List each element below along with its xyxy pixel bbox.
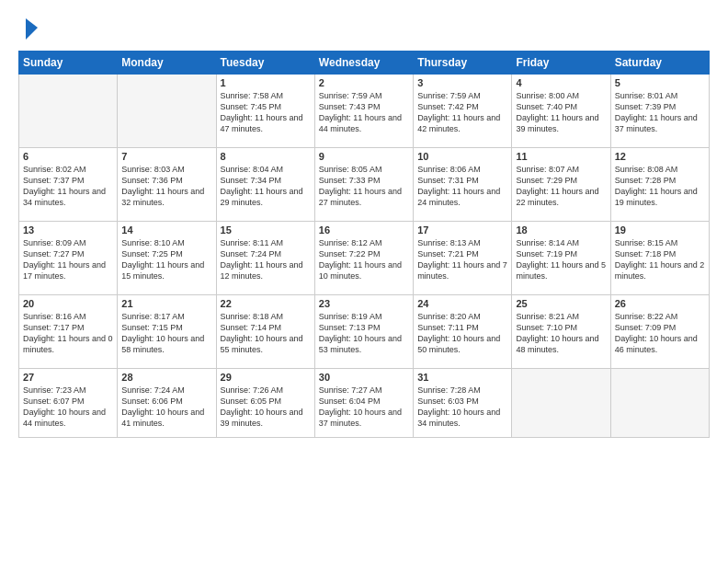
day-info: Sunrise: 8:17 AM Sunset: 7:15 PM Dayligh…	[121, 311, 211, 356]
header	[18, 14, 710, 41]
calendar-cell: 19Sunrise: 8:15 AM Sunset: 7:18 PM Dayli…	[610, 222, 709, 295]
calendar-cell: 20Sunrise: 8:16 AM Sunset: 7:17 PM Dayli…	[19, 295, 118, 369]
day-info: Sunrise: 8:11 AM Sunset: 7:24 PM Dayligh…	[221, 237, 311, 282]
day-number: 10	[417, 151, 507, 162]
day-info: Sunrise: 8:03 AM Sunset: 7:36 PM Dayligh…	[121, 164, 211, 209]
calendar-cell: 18Sunrise: 8:14 AM Sunset: 7:19 PM Dayli…	[512, 222, 610, 295]
day-info: Sunrise: 7:24 AM Sunset: 6:06 PM Dayligh…	[121, 385, 211, 430]
weekday-monday: Monday	[118, 52, 216, 75]
day-info: Sunrise: 8:06 AM Sunset: 7:31 PM Dayligh…	[417, 164, 507, 209]
day-number: 15	[221, 224, 311, 236]
calendar-cell	[118, 75, 216, 148]
calendar-cell: 22Sunrise: 8:18 AM Sunset: 7:14 PM Dayli…	[216, 295, 314, 369]
calendar-cell: 30Sunrise: 7:27 AM Sunset: 6:04 PM Dayli…	[314, 369, 413, 438]
calendar-cell: 21Sunrise: 8:17 AM Sunset: 7:15 PM Dayli…	[118, 295, 216, 369]
day-number: 26	[615, 298, 705, 309]
week-row-3: 13Sunrise: 8:09 AM Sunset: 7:27 PM Dayli…	[19, 222, 710, 295]
day-number: 3	[417, 77, 507, 88]
day-number: 2	[319, 77, 409, 88]
day-info: Sunrise: 8:21 AM Sunset: 7:10 PM Dayligh…	[516, 311, 606, 356]
day-number: 5	[615, 77, 705, 88]
day-number: 23	[319, 298, 409, 309]
calendar-cell: 6Sunrise: 8:02 AM Sunset: 7:37 PM Daylig…	[19, 148, 118, 222]
day-number: 8	[221, 151, 311, 162]
weekday-header-row: SundayMondayTuesdayWednesdayThursdayFrid…	[19, 52, 710, 75]
calendar-cell	[19, 75, 118, 148]
day-number: 16	[319, 224, 409, 236]
calendar-cell: 11Sunrise: 8:07 AM Sunset: 7:29 PM Dayli…	[512, 148, 610, 222]
weekday-thursday: Thursday	[414, 52, 512, 75]
calendar-cell: 9Sunrise: 8:05 AM Sunset: 7:33 PM Daylig…	[314, 148, 413, 222]
day-number: 19	[615, 224, 705, 236]
day-info: Sunrise: 7:27 AM Sunset: 6:04 PM Dayligh…	[319, 385, 409, 430]
weekday-saturday: Saturday	[610, 52, 709, 75]
calendar-cell: 10Sunrise: 8:06 AM Sunset: 7:31 PM Dayli…	[414, 148, 512, 222]
day-number: 1	[221, 77, 311, 88]
day-number: 6	[23, 151, 113, 162]
week-row-5: 27Sunrise: 7:23 AM Sunset: 6:07 PM Dayli…	[19, 369, 710, 438]
day-info: Sunrise: 8:01 AM Sunset: 7:39 PM Dayligh…	[615, 90, 705, 135]
day-number: 22	[221, 298, 311, 309]
calendar-cell: 1Sunrise: 7:58 AM Sunset: 7:45 PM Daylig…	[216, 75, 314, 148]
calendar-cell: 5Sunrise: 8:01 AM Sunset: 7:39 PM Daylig…	[610, 75, 709, 148]
calendar-cell: 4Sunrise: 8:00 AM Sunset: 7:40 PM Daylig…	[512, 75, 610, 148]
day-number: 28	[121, 372, 211, 383]
calendar-cell: 17Sunrise: 8:13 AM Sunset: 7:21 PM Dayli…	[414, 222, 512, 295]
day-info: Sunrise: 8:16 AM Sunset: 7:17 PM Dayligh…	[23, 311, 113, 356]
calendar-cell: 24Sunrise: 8:20 AM Sunset: 7:11 PM Dayli…	[414, 295, 512, 369]
calendar-cell	[512, 369, 610, 438]
day-info: Sunrise: 8:12 AM Sunset: 7:22 PM Dayligh…	[319, 237, 409, 282]
day-number: 14	[121, 224, 211, 236]
page: SundayMondayTuesdayWednesdayThursdayFrid…	[0, 0, 728, 563]
day-info: Sunrise: 7:59 AM Sunset: 7:43 PM Dayligh…	[319, 90, 409, 135]
calendar-table: SundayMondayTuesdayWednesdayThursdayFrid…	[18, 51, 710, 438]
day-number: 4	[516, 77, 606, 88]
weekday-tuesday: Tuesday	[216, 52, 314, 75]
calendar-cell: 28Sunrise: 7:24 AM Sunset: 6:06 PM Dayli…	[118, 369, 216, 438]
weekday-friday: Friday	[512, 52, 610, 75]
day-info: Sunrise: 7:28 AM Sunset: 6:03 PM Dayligh…	[417, 385, 507, 430]
calendar-cell: 29Sunrise: 7:26 AM Sunset: 6:05 PM Dayli…	[216, 369, 314, 438]
day-number: 21	[121, 298, 211, 309]
day-number: 24	[417, 298, 507, 309]
day-info: Sunrise: 8:14 AM Sunset: 7:19 PM Dayligh…	[516, 237, 606, 282]
day-info: Sunrise: 8:19 AM Sunset: 7:13 PM Dayligh…	[319, 311, 409, 356]
week-row-4: 20Sunrise: 8:16 AM Sunset: 7:17 PM Dayli…	[19, 295, 710, 369]
day-number: 27	[23, 372, 113, 383]
day-number: 31	[417, 372, 507, 383]
day-info: Sunrise: 8:07 AM Sunset: 7:29 PM Dayligh…	[516, 164, 606, 209]
calendar-cell: 27Sunrise: 7:23 AM Sunset: 6:07 PM Dayli…	[19, 369, 118, 438]
calendar-cell: 7Sunrise: 8:03 AM Sunset: 7:36 PM Daylig…	[118, 148, 216, 222]
day-info: Sunrise: 8:00 AM Sunset: 7:40 PM Dayligh…	[516, 90, 606, 135]
logo	[18, 14, 40, 41]
week-row-2: 6Sunrise: 8:02 AM Sunset: 7:37 PM Daylig…	[19, 148, 710, 222]
day-info: Sunrise: 7:23 AM Sunset: 6:07 PM Dayligh…	[23, 385, 113, 430]
week-row-1: 1Sunrise: 7:58 AM Sunset: 7:45 PM Daylig…	[19, 75, 710, 148]
calendar-cell: 8Sunrise: 8:04 AM Sunset: 7:34 PM Daylig…	[216, 148, 314, 222]
calendar-cell: 14Sunrise: 8:10 AM Sunset: 7:25 PM Dayli…	[118, 222, 216, 295]
day-number: 13	[23, 224, 113, 236]
calendar-cell: 25Sunrise: 8:21 AM Sunset: 7:10 PM Dayli…	[512, 295, 610, 369]
calendar-cell: 16Sunrise: 8:12 AM Sunset: 7:22 PM Dayli…	[314, 222, 413, 295]
day-info: Sunrise: 8:02 AM Sunset: 7:37 PM Dayligh…	[23, 164, 113, 209]
calendar-cell	[610, 369, 709, 438]
day-info: Sunrise: 7:26 AM Sunset: 6:05 PM Dayligh…	[221, 385, 311, 430]
calendar-cell: 31Sunrise: 7:28 AM Sunset: 6:03 PM Dayli…	[414, 369, 512, 438]
day-number: 30	[319, 372, 409, 383]
day-number: 29	[221, 372, 311, 383]
day-number: 9	[319, 151, 409, 162]
calendar-cell: 15Sunrise: 8:11 AM Sunset: 7:24 PM Dayli…	[216, 222, 314, 295]
calendar-cell: 23Sunrise: 8:19 AM Sunset: 7:13 PM Dayli…	[314, 295, 413, 369]
calendar-cell: 3Sunrise: 7:59 AM Sunset: 7:42 PM Daylig…	[414, 75, 512, 148]
day-info: Sunrise: 8:18 AM Sunset: 7:14 PM Dayligh…	[221, 311, 311, 356]
weekday-sunday: Sunday	[19, 52, 118, 75]
day-number: 7	[121, 151, 211, 162]
calendar-cell: 13Sunrise: 8:09 AM Sunset: 7:27 PM Dayli…	[19, 222, 118, 295]
day-number: 18	[516, 224, 606, 236]
calendar-cell: 12Sunrise: 8:08 AM Sunset: 7:28 PM Dayli…	[610, 148, 709, 222]
day-number: 20	[23, 298, 113, 309]
day-number: 17	[417, 224, 507, 236]
day-info: Sunrise: 8:08 AM Sunset: 7:28 PM Dayligh…	[615, 164, 705, 209]
day-info: Sunrise: 8:20 AM Sunset: 7:11 PM Dayligh…	[417, 311, 507, 356]
day-info: Sunrise: 7:59 AM Sunset: 7:42 PM Dayligh…	[417, 90, 507, 135]
